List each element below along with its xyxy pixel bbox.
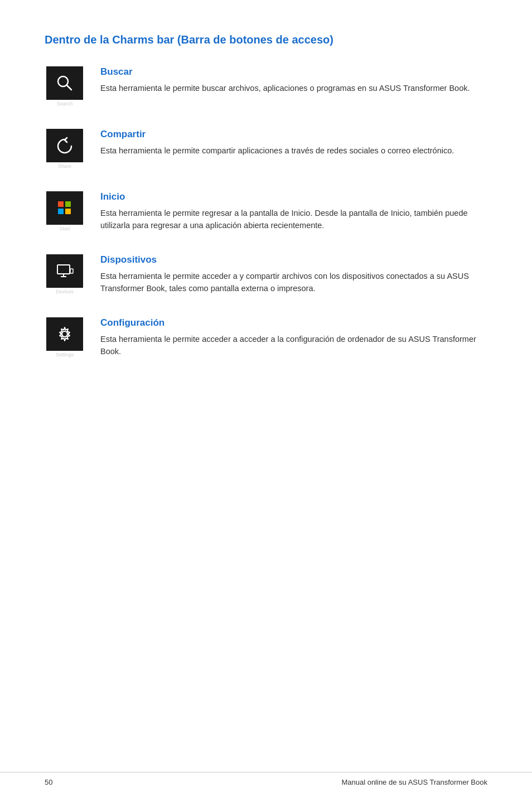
devices-name: Dispositivos (100, 254, 487, 265)
settings-content: Configuración Esta herramienta le permit… (100, 317, 487, 358)
devices-icon (46, 254, 83, 288)
svg-rect-4 (58, 209, 64, 214)
page-title: Dentro de la Charms bar (Barra de botone… (45, 33, 487, 46)
devices-content: Dispositivos Esta herramienta le permite… (100, 254, 487, 295)
start-icon (46, 191, 83, 225)
charm-item-search: Search Buscar Esta herramienta le permit… (45, 66, 487, 107)
settings-icon (46, 317, 83, 351)
share-icon-wrapper: Share (45, 129, 85, 169)
search-icon-label: Search (57, 101, 73, 107)
start-content: Inicio Esta herramienta le permite regre… (100, 191, 487, 232)
svg-rect-3 (65, 201, 71, 207)
charm-item-devices: Devices Dispositivos Esta herramienta le… (45, 254, 487, 295)
charm-item-settings: Settings Configuración Esta herramienta … (45, 317, 487, 358)
search-icon-wrapper: Search (45, 66, 85, 107)
charm-item-start: Start Inicio Esta herramienta le permite… (45, 191, 487, 232)
svg-rect-9 (70, 269, 73, 273)
devices-description: Esta herramienta le permite acceder a y … (100, 270, 487, 295)
svg-point-11 (62, 331, 67, 337)
start-description: Esta herramienta le permite regresar a l… (100, 207, 487, 232)
share-name: Compartir (100, 129, 487, 140)
svg-rect-2 (58, 201, 64, 207)
svg-line-1 (67, 85, 71, 90)
search-name: Buscar (100, 66, 487, 78)
settings-icon-label: Settings (56, 352, 74, 357)
settings-description: Esta herramienta le permite acceder a ac… (100, 333, 487, 358)
page-container: Dentro de la Charms bar (Barra de botone… (0, 0, 532, 425)
devices-icon-label: Devices (56, 289, 74, 294)
start-icon-wrapper: Start (45, 191, 85, 231)
devices-icon-wrapper: Devices (45, 254, 85, 294)
start-icon-label: Start (59, 226, 70, 231)
svg-rect-6 (57, 265, 70, 274)
share-description: Esta herramienta le permite compartir ap… (100, 144, 487, 157)
search-content: Buscar Esta herramienta le permite busca… (100, 66, 487, 94)
page-footer: 50 Manual online de su ASUS Transformer … (0, 772, 532, 786)
footer-manual-title: Manual online de su ASUS Transformer Boo… (341, 778, 487, 786)
search-icon (46, 66, 83, 100)
settings-name: Configuración (100, 317, 487, 328)
charm-item-share: Share Compartir Esta herramienta le perm… (45, 129, 487, 169)
start-name: Inicio (100, 191, 487, 202)
share-content: Compartir Esta herramienta le permite co… (100, 129, 487, 157)
settings-icon-wrapper: Settings (45, 317, 85, 357)
footer-page-number: 50 (45, 778, 52, 786)
share-icon-label: Share (58, 163, 71, 169)
share-icon (46, 129, 83, 162)
search-description: Esta herramienta le permite buscar archi… (100, 82, 487, 94)
svg-rect-5 (65, 209, 71, 214)
